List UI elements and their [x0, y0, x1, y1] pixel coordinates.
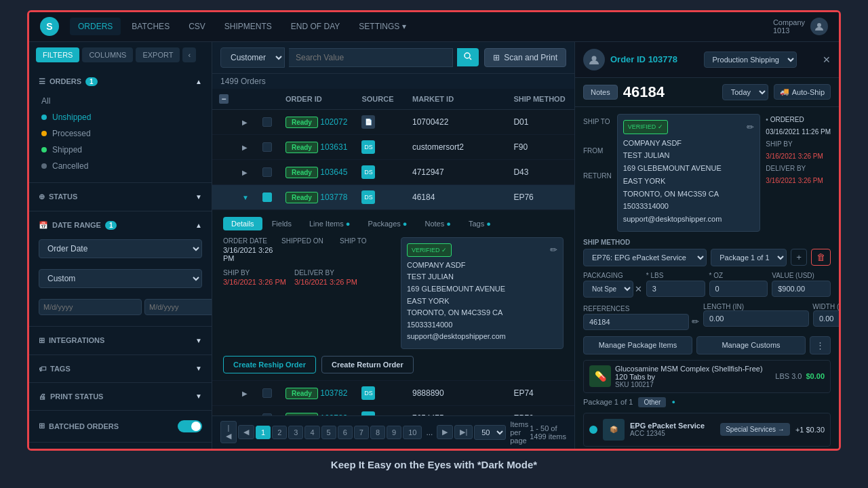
filter-processed[interactable]: Processed [29, 125, 212, 142]
notes-button[interactable]: Notes [583, 85, 618, 100]
create-reship-btn[interactable]: Create Reship Order [223, 356, 316, 373]
ship-method-select[interactable]: EP76: EPG ePacket Service [583, 249, 707, 266]
tab-fields[interactable]: Fields [264, 217, 300, 230]
print-status-header[interactable]: 🖨 PRINT STATUS ▼ [29, 388, 212, 405]
pkg-header: Package 1 of 1 Other ● [583, 397, 831, 407]
close-panel-btn[interactable]: ✕ [823, 54, 831, 65]
filter-shipped[interactable]: Shipped [29, 142, 212, 158]
row-expand-btn[interactable]: ▶ [242, 119, 248, 126]
tags-header[interactable]: 🏷 TAGS ▼ [29, 361, 212, 377]
nav-settings[interactable]: SETTINGS ▾ [351, 18, 414, 35]
more-options-btn[interactable]: ⋮ [810, 336, 831, 354]
search-button[interactable] [457, 48, 479, 66]
row-checkbox[interactable] [262, 117, 272, 127]
tab-details[interactable]: Details [223, 217, 262, 230]
manage-customs-btn[interactable]: Manage Customs [696, 336, 806, 354]
nav-batches[interactable]: BATCHES [123, 18, 178, 35]
row-checkbox[interactable] [262, 388, 272, 398]
page-9-btn[interactable]: 9 [387, 426, 401, 439]
page-8-btn[interactable]: 8 [370, 426, 385, 439]
width-input[interactable] [813, 310, 839, 327]
per-page-select[interactable]: 50 [474, 425, 506, 440]
page-3-btn[interactable]: 3 [288, 426, 303, 439]
length-input[interactable] [703, 310, 809, 327]
search-input[interactable] [289, 48, 453, 67]
nav-shipments[interactable]: SHIPMENTS [216, 18, 280, 35]
tab-tags[interactable]: Tags ● [460, 217, 499, 230]
filter-cancelled[interactable]: Cancelled [29, 158, 212, 174]
date-from-input[interactable] [39, 299, 142, 315]
tab-notes[interactable]: Notes ● [416, 217, 458, 230]
orders-section-header[interactable]: ☰ ORDERS 1 ▲ [29, 73, 212, 90]
sidebar-collapse-btn[interactable]: ‹ [182, 47, 196, 62]
rp-body: Ship To From Return VERIFIED ✓ ✏ COMPANY… [575, 107, 839, 449]
page-first-btn[interactable]: |◀ [220, 421, 237, 443]
manage-package-items-btn[interactable]: Manage Package Items [583, 336, 692, 354]
edit-address-btn[interactable]: ✏ [550, 245, 557, 255]
row-expand-btn[interactable]: ▶ [242, 390, 248, 397]
order-link[interactable]: 103782 [320, 388, 347, 398]
package-add-btn[interactable]: + [791, 249, 807, 266]
page-next-btn[interactable]: ▶ [437, 425, 453, 439]
page-prev-btn[interactable]: ◀ [238, 425, 254, 439]
filter-unshipped[interactable]: Unshipped [29, 109, 212, 125]
integrations-header[interactable]: ⊞ INTEGRATIONS ▼ [29, 332, 212, 349]
tab-line-items[interactable]: Line Items ● [301, 217, 358, 230]
create-return-btn[interactable]: Create Return Order [321, 356, 414, 373]
order-link-selected[interactable]: 103778 [320, 192, 347, 202]
tab-packages[interactable]: Packages ● [359, 217, 415, 230]
other-badge[interactable]: Other [638, 397, 666, 407]
rp-subheader: Notes 46184 Today 🚚 Auto-Ship [575, 78, 839, 107]
reference-input[interactable] [583, 314, 689, 330]
date-to-input[interactable] [144, 299, 212, 315]
date-range-header[interactable]: 📅 DATE RANGE 1 ▲ [29, 217, 212, 234]
nav-end-of-day[interactable]: END OF DAY [283, 18, 348, 35]
page-last-btn[interactable]: ▶| [454, 425, 473, 439]
package-select[interactable]: Package 1 of 1 [711, 249, 787, 266]
packaging-select[interactable]: Not Specified [583, 281, 633, 298]
order-date-select[interactable]: Order Date [39, 239, 202, 258]
packaging-clear-btn[interactable]: ✕ [635, 284, 642, 294]
export-btn[interactable]: EXPORT [136, 47, 180, 62]
row-expand-btn[interactable]: ▶ [242, 144, 248, 151]
page-7-btn[interactable]: 7 [354, 426, 369, 439]
ship-to-label: Ship To [583, 117, 612, 127]
today-select[interactable]: Today [722, 84, 768, 100]
oz-input[interactable] [709, 281, 768, 297]
scan-print-button[interactable]: ⊞ Scan and Print [484, 48, 566, 67]
columns-btn[interactable]: COLUMNS [82, 47, 133, 62]
order-link[interactable]: 103645 [320, 167, 347, 177]
row-checkbox[interactable] [262, 192, 272, 202]
rp-edit-address-btn[interactable]: ✏ [747, 122, 754, 132]
page-4-btn[interactable]: 4 [304, 426, 319, 439]
row-expand-btn[interactable]: ▼ [242, 194, 249, 201]
production-select[interactable]: Production Shipping [704, 52, 797, 68]
page-5-btn[interactable]: 5 [321, 426, 336, 439]
special-services-btn[interactable]: Special Services → [720, 423, 790, 436]
row-expand-btn[interactable]: ▶ [242, 169, 248, 176]
lbs-input[interactable] [646, 281, 705, 297]
filter-all[interactable]: All [29, 93, 212, 109]
filters-btn[interactable]: FILTERS [36, 47, 79, 62]
date-type-select[interactable]: Custom [39, 269, 202, 288]
page-1-btn[interactable]: 1 [256, 426, 271, 439]
value-input[interactable] [772, 281, 831, 297]
avatar[interactable] [810, 18, 828, 35]
batched-orders-header[interactable]: ⊞ BATCHED ORDERS [29, 416, 212, 436]
page-10-btn[interactable]: 10 [403, 426, 422, 439]
row-checkbox[interactable] [262, 167, 272, 177]
page-2-btn[interactable]: 2 [272, 426, 287, 439]
package-delete-btn[interactable]: 🗑 [811, 249, 831, 266]
order-link[interactable]: 102072 [320, 117, 347, 127]
row-checkbox[interactable] [262, 142, 272, 152]
carrier-radio[interactable] [589, 426, 597, 434]
page-6-btn[interactable]: 6 [338, 426, 353, 439]
status-section-header[interactable]: ⊕ STATUS ▼ [29, 188, 212, 205]
nav-orders[interactable]: ORDERS [70, 18, 121, 35]
ref-edit-btn[interactable]: ✏ [692, 317, 699, 327]
search-type-select[interactable]: Customer [220, 47, 285, 68]
special-services-label: Special Services → [726, 426, 785, 433]
batched-toggle[interactable] [178, 420, 202, 432]
nav-csv[interactable]: CSV [180, 18, 214, 35]
order-link[interactable]: 103631 [320, 142, 347, 152]
